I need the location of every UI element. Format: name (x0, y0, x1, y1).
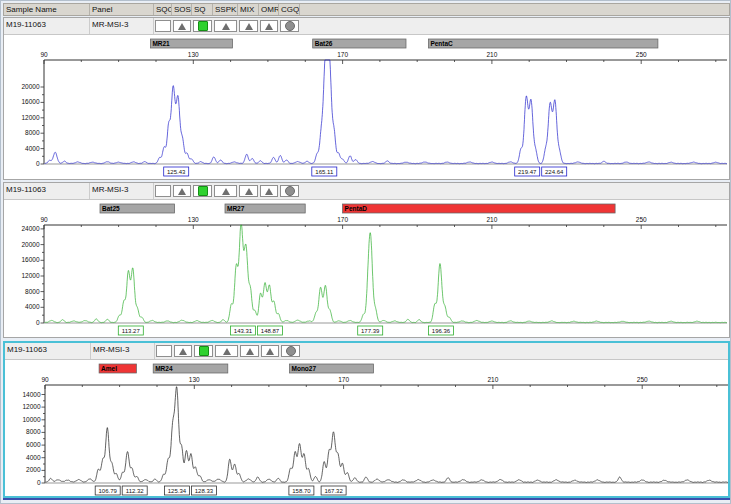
flag-box (214, 185, 237, 197)
marker-label: MR21 (152, 40, 170, 47)
flag-triangle-icon (265, 23, 273, 30)
flag-triangle-icon (222, 188, 230, 195)
x-tick-label: 170 (338, 376, 349, 383)
y-tick-label: 20000 (21, 83, 39, 90)
sample-name-cell[interactable]: M19-11063 (5, 343, 91, 359)
flag-box (215, 345, 238, 357)
header-col-omr[interactable]: OMR (259, 4, 279, 15)
flag-box (173, 185, 191, 197)
flag-box (156, 345, 172, 357)
flag-triangle-icon (245, 23, 253, 30)
sample-name-cell[interactable]: M19-11063 (4, 18, 90, 34)
flag-cell-mix[interactable] (238, 18, 259, 34)
flag-circle-icon (285, 21, 295, 31)
flag-circle-icon (285, 186, 295, 196)
peak-size-label: 177.39 (361, 328, 380, 334)
flag-cell-sqo[interactable] (154, 18, 172, 34)
marker-bar-PentaD[interactable] (343, 204, 615, 213)
sample-info-row[interactable]: M19-11063MR-MSI-3 (4, 18, 729, 35)
flag-triangle-icon (246, 348, 254, 355)
flag-cell-cgq[interactable] (279, 183, 300, 199)
header-col-mix[interactable]: MIX (238, 4, 259, 15)
flag-cell-cgq[interactable] (279, 18, 300, 34)
flag-box (240, 345, 259, 357)
flag-cell-sos[interactable] (172, 18, 192, 34)
dye-trace (46, 387, 728, 483)
y-tick-label: 16000 (21, 256, 39, 263)
panel-cell[interactable]: MR-MSI-3 (91, 343, 155, 359)
y-tick-label: 4000 (26, 454, 41, 461)
flag-triangle-icon (222, 23, 230, 30)
electropherogram-panel-3[interactable]: AmelMR24Mono2790130170210250020004000600… (5, 360, 730, 498)
flag-cell-sq[interactable] (192, 183, 213, 199)
sample-info-row[interactable]: M19-11063MR-MSI-3 (4, 183, 729, 200)
header-col-cgq[interactable]: CGQ (279, 4, 300, 15)
header-col-sample-name[interactable]: Sample Name (4, 4, 90, 15)
sample-name-cell[interactable]: M19-11063 (4, 183, 90, 199)
sample-info-row[interactable]: M19-11063MR-MSI-3 (5, 343, 728, 360)
x-tick-label: 90 (40, 51, 48, 58)
y-tick-label: 0 (36, 319, 40, 326)
x-tick-label: 170 (337, 216, 348, 223)
marker-label: Mono27 (292, 365, 317, 372)
y-tick-label: 20000 (21, 241, 39, 248)
flag-triangle-icon (245, 188, 253, 195)
flag-cell-mix[interactable] (239, 343, 260, 359)
flag-cell-cgq[interactable] (280, 343, 301, 359)
y-tick-label: 4000 (25, 145, 40, 152)
peak-size-label: 113.27 (122, 328, 141, 334)
dye-trace (45, 225, 727, 323)
flag-box (155, 185, 171, 197)
quality-pass-square-icon (198, 21, 208, 31)
flag-cell-sspk[interactable] (213, 18, 238, 34)
sample-block-1[interactable]: M19-11063MR-MSI-3 MR21Bat26PentaC9013017… (3, 17, 730, 180)
flag-cell-sos[interactable] (172, 183, 192, 199)
header-col-sq[interactable]: SQ (192, 4, 213, 15)
peak-size-label: 219.47 (518, 169, 537, 175)
flag-cell-sqo[interactable] (154, 183, 172, 199)
y-tick-label: 14000 (22, 391, 40, 398)
x-tick-label: 210 (487, 376, 498, 383)
marker-bar-PentaC[interactable] (428, 39, 658, 48)
panel-cell[interactable]: MR-MSI-3 (90, 18, 154, 34)
flag-triangle-icon (265, 188, 273, 195)
flag-box (173, 20, 191, 32)
genotyping-app-window: Sample NamePanelSQOSOSSQSSPKMIXOMRCGQ M1… (0, 0, 731, 504)
sample-block-2[interactable]: M19-11063MR-MSI-3 Bat25MR27PentaD9013017… (3, 182, 730, 338)
flag-box (260, 185, 278, 197)
x-tick-label: 130 (188, 216, 199, 223)
flag-cell-omr[interactable] (260, 343, 280, 359)
flag-box (280, 185, 299, 197)
flag-cell-sspk[interactable] (214, 343, 239, 359)
dye-trace (45, 60, 727, 164)
peak-size-label: 106.79 (99, 488, 118, 494)
flag-triangle-icon (179, 348, 187, 355)
flag-cell-sqo[interactable] (155, 343, 173, 359)
flag-cell-sq[interactable] (193, 343, 214, 359)
y-tick-label: 0 (37, 479, 41, 486)
flag-box (155, 20, 171, 32)
flag-cell-omr[interactable] (259, 18, 279, 34)
header-col-sspk[interactable]: SSPK (213, 4, 238, 15)
electropherogram-panel-1[interactable]: MR21Bat26PentaC9013017021025004000800012… (4, 35, 729, 180)
peak-size-label: 224.64 (545, 169, 564, 175)
peak-size-label: 125.43 (167, 169, 186, 175)
quality-pass-square-icon (198, 186, 208, 196)
header-col-panel[interactable]: Panel (90, 4, 154, 15)
flag-cell-sspk[interactable] (213, 183, 238, 199)
header-col-sqo[interactable]: SQO (154, 4, 172, 15)
x-tick-label: 250 (636, 216, 647, 223)
flag-cell-sos[interactable] (173, 343, 193, 359)
flag-cell-omr[interactable] (259, 183, 279, 199)
flag-box (174, 345, 192, 357)
peak-size-label: 128.33 (195, 488, 214, 494)
sample-block-3[interactable]: M19-11063MR-MSI-3 AmelMR24Mono2790130170… (3, 341, 730, 498)
x-tick-label: 210 (486, 51, 497, 58)
header-col-sos[interactable]: SOS (172, 4, 192, 15)
electropherogram-panel-2[interactable]: Bat25MR27PentaD9013017021025004000800012… (4, 200, 729, 338)
y-tick-label: 8000 (26, 428, 41, 435)
panel-cell[interactable]: MR-MSI-3 (90, 183, 154, 199)
x-tick-label: 90 (41, 376, 49, 383)
flag-cell-sq[interactable] (192, 18, 213, 34)
flag-cell-mix[interactable] (238, 183, 259, 199)
